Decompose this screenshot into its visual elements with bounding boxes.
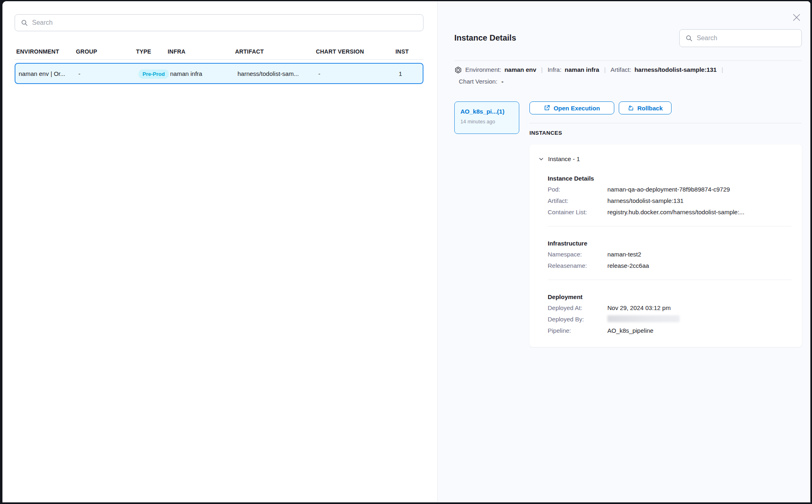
deployment-summary: Environment: naman env | Infra: naman in… <box>454 65 802 86</box>
separator: | <box>720 65 725 74</box>
separator: | <box>540 65 544 74</box>
section-title-deployment: Deployment <box>548 293 791 300</box>
instance-collapse-toggle[interactable]: Instance - 1 <box>538 155 791 162</box>
field-row-releasename: Releasename: release-2cc6aa <box>548 262 791 269</box>
cell-inst-count: 1 <box>398 70 423 77</box>
search-input[interactable] <box>697 34 796 42</box>
table-row-selected[interactable]: naman env | Or... - Pre-Prod naman infra… <box>15 63 423 84</box>
column-header-artifact: ARTIFACT <box>235 48 316 55</box>
field-row-container-list: Container List: registry.hub.docker.com/… <box>548 208 791 216</box>
field-value: AO_k8s_pipeline <box>607 327 653 334</box>
section-divider <box>548 226 791 226</box>
cell-environment: naman env | Or... <box>19 70 78 77</box>
rollback-button[interactable]: Rollback <box>619 101 672 114</box>
chevron-down-icon <box>538 156 544 162</box>
chart-version-value: - <box>501 77 503 86</box>
environment-label: Environment: <box>465 65 501 74</box>
instance-details-panel: Instance Details Environment: naman en <box>437 1 810 502</box>
field-row-pod: Pod: naman-qa-ao-deployment-78f9b89874-c… <box>548 185 791 193</box>
instance-title: Instance - 1 <box>548 155 580 162</box>
table-header: ENVIRONMENT GROUP TYPE INFRA ARTIFACT CH… <box>15 48 423 55</box>
instance-card: Instance - 1 Instance Details Pod: naman… <box>529 144 802 347</box>
search-icon <box>21 19 28 26</box>
field-row-deployed-at: Deployed At: Nov 29, 2024 03:12 pm <box>548 304 791 312</box>
open-execution-button[interactable]: Open Execution <box>529 101 614 114</box>
field-label: Pod: <box>548 185 607 193</box>
cell-chart-version: - <box>318 70 398 77</box>
field-value: naman-qa-ao-deployment-78f9b89874-c9729 <box>607 185 730 193</box>
field-row-deployed-by: Deployed By: <box>548 315 791 323</box>
env-type-badge: Pre-Prod <box>138 69 169 79</box>
instances-search[interactable] <box>679 29 802 47</box>
field-label: Releasename: <box>548 262 607 269</box>
deployed-by-redacted-value <box>607 315 680 322</box>
separator: | <box>603 65 607 74</box>
field-row-artifact: Artifact: harness/todolist-sample:131 <box>548 197 791 205</box>
search-icon <box>685 34 693 42</box>
execution-card-title: AO_k8s_pi...(1) <box>460 108 513 115</box>
field-label: Container List: <box>548 208 607 216</box>
infra-value: naman infra <box>565 65 599 74</box>
close-icon[interactable] <box>791 12 802 23</box>
execution-card[interactable]: AO_k8s_pi...(1) 14 minutes ago <box>454 101 519 134</box>
section-divider <box>548 280 791 280</box>
field-value: registry.hub.docker.com/harness/todolist… <box>607 208 744 216</box>
environment-icon <box>454 66 462 74</box>
table-search[interactable] <box>15 14 423 31</box>
field-row-namespace: Namespace: naman-test2 <box>548 250 791 258</box>
cell-infra: naman infra <box>170 70 238 77</box>
section-title-instance-details: Instance Details <box>548 175 791 182</box>
field-label: Pipeline: <box>548 327 607 334</box>
artifact-value: harness/todolist-sample:131 <box>635 65 717 74</box>
section-title-infrastructure: Infrastructure <box>548 240 791 247</box>
field-row-pipeline: Pipeline: AO_k8s_pipeline <box>548 327 791 334</box>
column-header-inst: INST <box>395 48 423 55</box>
field-value: naman-test2 <box>607 250 641 258</box>
environment-value: naman env <box>504 65 536 74</box>
table-header-divider <box>15 59 423 60</box>
chart-version-label: Chart Version: <box>459 77 497 86</box>
field-label: Artifact: <box>548 197 607 205</box>
field-value: harness/todolist-sample:131 <box>607 197 684 205</box>
column-header-chart-version: CHART VERSION <box>316 48 395 55</box>
instance-body: Instance Details Pod: naman-qa-ao-deploy… <box>548 175 791 334</box>
execution-card-time: 14 minutes ago <box>460 119 513 125</box>
rollback-icon <box>628 105 634 111</box>
instance-details-modal: ENVIRONMENT GROUP TYPE INFRA ARTIFACT CH… <box>2 1 810 502</box>
open-execution-label: Open Execution <box>553 105 600 112</box>
column-header-infra: INFRA <box>168 48 235 55</box>
field-value: release-2cc6aa <box>607 262 649 269</box>
section-divider <box>529 123 802 123</box>
field-label: Deployed At: <box>548 304 607 312</box>
external-link-icon <box>544 105 550 111</box>
column-header-environment: ENVIRONMENT <box>16 48 76 55</box>
field-label: Namespace: <box>548 250 607 258</box>
rollback-label: Rollback <box>637 105 663 112</box>
cell-artifact: harness/todolist-sam... <box>238 70 318 77</box>
artifact-label: Artifact: <box>611 65 631 74</box>
field-label: Deployed By: <box>548 315 607 323</box>
column-header-type: TYPE <box>136 48 168 55</box>
infra-label: Infra: <box>548 65 561 74</box>
header-divider <box>454 60 802 61</box>
cell-group: - <box>78 70 138 77</box>
column-header-group: GROUP <box>76 48 136 55</box>
search-input[interactable] <box>32 19 417 26</box>
field-value: Nov 29, 2024 03:12 pm <box>607 304 671 312</box>
page-title: Instance Details <box>454 33 516 43</box>
instances-heading: INSTANCES <box>529 130 562 136</box>
environments-list-panel: ENVIRONMENT GROUP TYPE INFRA ARTIFACT CH… <box>2 1 437 502</box>
